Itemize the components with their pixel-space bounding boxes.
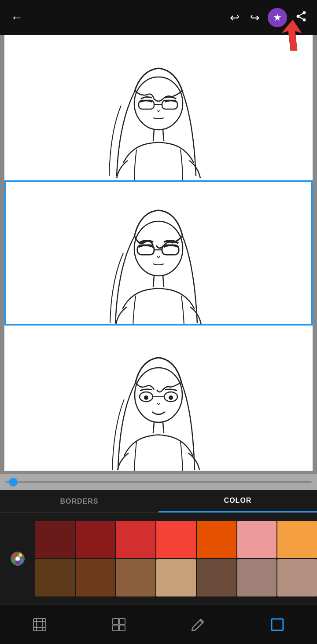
color-swatch-0-0[interactable] (35, 521, 75, 558)
color-swatch-1-1[interactable] (76, 559, 115, 596)
canvas-scrollbar[interactable] (0, 474, 317, 490)
svg-rect-28 (33, 618, 46, 631)
back-button[interactable]: ← (7, 7, 26, 28)
svg-point-17 (144, 395, 148, 400)
undo-button[interactable]: ↩ (227, 8, 242, 27)
color-swatch-0-3[interactable] (156, 521, 196, 558)
color-swatch-0-2[interactable] (116, 521, 155, 558)
svg-point-1 (134, 77, 183, 130)
svg-point-25 (19, 559, 23, 562)
color-palette-icon (10, 551, 26, 567)
svg-point-24 (12, 559, 16, 562)
frame-1-drawing (4, 35, 313, 180)
svg-point-26 (16, 560, 19, 564)
color-swatch-1-2[interactable] (116, 559, 155, 596)
color-swatch-1-3[interactable] (156, 559, 196, 596)
svg-line-19 (153, 422, 154, 433)
nav-layout-button[interactable] (107, 613, 130, 636)
palette-icon[interactable] (0, 551, 35, 567)
frame-3-drawing (4, 326, 313, 471)
layout-icon (112, 618, 126, 632)
svg-rect-29 (33, 621, 46, 622)
draw-icon (191, 618, 205, 632)
color-swatch-0-4[interactable] (197, 521, 236, 558)
tabs: BORDERS COLOR (0, 490, 317, 513)
nav-frames-button[interactable] (28, 613, 51, 636)
svg-rect-31 (36, 618, 37, 631)
scroll-track[interactable] (5, 481, 312, 483)
svg-rect-34 (119, 618, 125, 624)
svg-line-6 (163, 130, 164, 141)
svg-rect-32 (42, 618, 43, 631)
frames-icon (33, 618, 47, 632)
nav-border-button[interactable] (266, 613, 289, 636)
canvas-area[interactable] (0, 35, 317, 490)
svg-point-7 (134, 221, 183, 276)
toolbar-right: ↩ ↪ ★ (227, 7, 310, 28)
star-button[interactable]: ★ (268, 8, 287, 27)
svg-line-5 (153, 130, 154, 141)
border-icon (270, 618, 284, 632)
toolbar: ← ↩ ↪ ★ (0, 0, 317, 35)
frame-1[interactable] (4, 35, 313, 180)
color-palette (0, 513, 317, 604)
svg-rect-35 (113, 625, 118, 631)
frame-2-drawing (4, 180, 313, 326)
color-swatch-1-6[interactable] (277, 559, 317, 596)
svg-rect-36 (119, 625, 125, 631)
frames-container (4, 35, 313, 471)
svg-line-12 (163, 276, 164, 287)
tab-color[interactable]: COLOR (158, 490, 317, 512)
color-swatch-1-5[interactable] (237, 559, 277, 596)
svg-rect-33 (113, 618, 118, 624)
color-swatch-0-1[interactable] (76, 521, 115, 558)
bottom-panel: BORDERS COLOR (0, 490, 317, 604)
svg-point-23 (18, 553, 22, 557)
svg-point-27 (15, 556, 20, 561)
toolbar-left: ← (7, 7, 26, 28)
svg-line-11 (153, 276, 154, 287)
share-button[interactable] (292, 7, 310, 28)
svg-point-18 (169, 395, 173, 400)
color-swatch-0-6[interactable] (277, 521, 317, 558)
redo-button[interactable]: ↪ (247, 8, 262, 27)
scroll-thumb[interactable] (9, 478, 18, 487)
nav-draw-button[interactable] (187, 613, 210, 636)
color-swatch-1-4[interactable] (197, 559, 236, 596)
color-swatch-0-5[interactable] (237, 521, 277, 558)
bottom-nav (0, 604, 317, 644)
svg-rect-30 (33, 627, 46, 628)
tab-borders[interactable]: BORDERS (0, 490, 158, 512)
svg-line-20 (163, 422, 164, 433)
color-swatch-1-0[interactable] (35, 559, 75, 596)
svg-rect-37 (272, 619, 283, 630)
frame-2[interactable] (4, 180, 313, 326)
frame-3[interactable] (4, 326, 313, 471)
color-grid (35, 521, 317, 596)
share-icon (295, 10, 307, 22)
